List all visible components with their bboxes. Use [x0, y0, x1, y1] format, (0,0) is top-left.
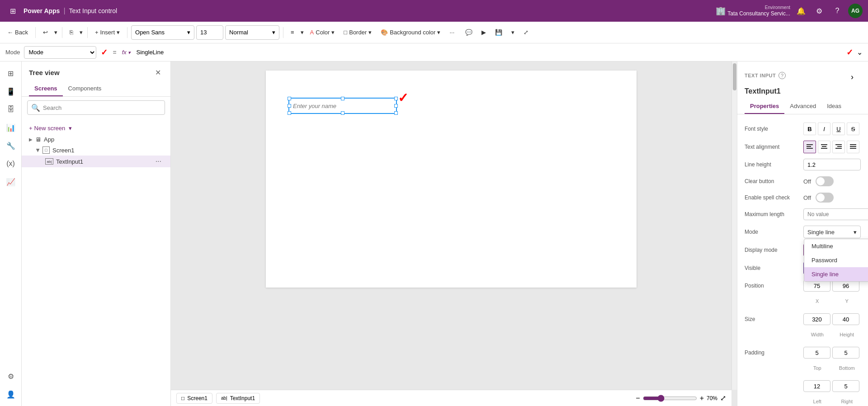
line-height-input[interactable] [803, 159, 861, 170]
tab-advanced[interactable]: Advanced [784, 99, 821, 114]
nav-settings-icon[interactable]: ⚙ [3, 368, 19, 384]
screen-tab-screen1[interactable]: □ Screen1 [176, 393, 212, 404]
zoom-plus-button[interactable]: + [700, 394, 704, 402]
svg-rect-7 [837, 146, 842, 147]
handle-tm[interactable] [341, 97, 344, 100]
tree-item-textinput1[interactable]: ab| TextInput1 ··· [22, 156, 170, 167]
handle-tr[interactable] [394, 97, 398, 100]
font-size-dropdown[interactable]: 13 [196, 25, 223, 40]
max-length-input[interactable] [803, 208, 868, 220]
mode-dropdown-prop[interactable]: Single line ▾ Multiline Password Single … [803, 226, 861, 238]
copy-button[interactable]: ⎘ [66, 25, 77, 40]
bold-button[interactable]: B [803, 123, 816, 135]
screen-tab-textinput1[interactable]: ab| TextInput1 [216, 393, 260, 404]
new-screen-button[interactable]: + New screen ▾ [22, 122, 170, 134]
canvas-inner: ✓ [171, 61, 731, 390]
more-options-button[interactable]: ··· [446, 25, 458, 40]
spell-check-label: Enable spell check [745, 194, 803, 201]
formula-expand-btn[interactable]: ⌄ [857, 48, 863, 57]
width-input[interactable] [803, 313, 830, 325]
undo-dropdown[interactable]: ▾ [53, 25, 58, 40]
textinput-tab-icon: ab| [221, 396, 227, 401]
nav-media-icon[interactable]: 📊 [3, 119, 19, 136]
panel-collapse-button[interactable]: › [844, 67, 861, 84]
pad-top-input[interactable] [803, 347, 830, 359]
mode-option-single-line[interactable]: Single line [804, 267, 868, 281]
bg-color-button[interactable]: 🎨 Background color ▾ [377, 25, 444, 40]
formula-input[interactable] [136, 46, 839, 59]
text-style-dropdown[interactable]: Normal ▾ [225, 25, 279, 40]
align-justify-button[interactable] [847, 141, 859, 153]
align-right-button[interactable] [832, 141, 845, 153]
height-input[interactable] [832, 313, 859, 325]
tab-screens[interactable]: Screens [29, 81, 63, 96]
clear-button-toggle[interactable] [816, 176, 834, 186]
fullscreen-button[interactable]: ⤢ [720, 394, 726, 402]
align-left-button[interactable] [803, 141, 816, 153]
zoom-slider[interactable] [643, 395, 697, 402]
nav-data-icon[interactable]: 🗄 [3, 101, 19, 118]
bell-icon[interactable]: 🔔 [794, 4, 808, 18]
tree-item-app[interactable]: ▶ 🖥 App [22, 134, 170, 145]
canvas-scroll-area[interactable]: ✓ [171, 61, 731, 390]
align-dropdown[interactable]: ▾ [300, 25, 305, 40]
zoom-minus-button[interactable]: − [636, 394, 640, 402]
waffle-icon[interactable]: ⊞ [5, 4, 20, 18]
spell-check-toggle[interactable] [816, 193, 834, 203]
fx-icon[interactable]: fx ▾ [122, 49, 131, 56]
tab-properties[interactable]: Properties [745, 99, 784, 114]
comment-icon[interactable]: 💬 [462, 25, 476, 40]
italic-button[interactable]: I [818, 123, 830, 135]
handle-mr[interactable] [394, 104, 398, 108]
help-icon-panel[interactable]: ? [778, 72, 786, 79]
pad-right-input[interactable] [832, 380, 859, 392]
tab-components[interactable]: Components [63, 81, 107, 96]
nav-users-icon[interactable]: 👤 [3, 386, 19, 402]
expand-button[interactable]: ⤢ [520, 25, 532, 40]
align-button[interactable]: ≡ [287, 25, 298, 40]
insert-button[interactable]: + Insert ▾ [91, 25, 123, 40]
new-screen-chevron: ▾ [69, 125, 72, 132]
mode-option-password[interactable]: Password [804, 253, 868, 267]
handle-br[interactable] [394, 111, 398, 115]
tree-search-input[interactable] [43, 104, 161, 111]
strikethrough-button[interactable]: S [847, 123, 859, 135]
mode-label: Mode [5, 49, 20, 56]
prop-clear-button: Clear button Off [737, 173, 868, 189]
undo-button[interactable]: ↩ [39, 25, 52, 40]
handle-ml[interactable] [288, 104, 291, 108]
mode-option-multiline[interactable]: Multiline [804, 239, 868, 253]
handle-bl[interactable] [288, 111, 291, 115]
gear-icon[interactable]: ⚙ [812, 4, 826, 18]
nav-components-icon[interactable]: 🔧 [3, 137, 19, 154]
nav-screens-icon[interactable]: 📱 [3, 83, 19, 99]
underline-button[interactable]: U [832, 123, 845, 135]
mode-dropdown[interactable]: Mode [24, 46, 96, 59]
tree-item-screen1[interactable]: ▶ □ Screen1 [22, 145, 170, 156]
pad-left-input[interactable] [803, 380, 830, 392]
textinput-more-button[interactable]: ··· [154, 157, 163, 165]
right-panel: TEXT INPUT ? › TextInput1 Properties Adv… [737, 61, 868, 406]
pad-bottom-input[interactable] [832, 347, 859, 359]
publish-dropdown[interactable]: ▾ [508, 25, 518, 40]
play-button[interactable]: ▶ [478, 25, 490, 40]
canvas-textinput[interactable] [289, 103, 396, 109]
font-family-dropdown[interactable]: Open Sans ▾ [131, 25, 194, 40]
tree-close-button[interactable]: ✕ [152, 67, 163, 78]
save-button[interactable]: 💾 [491, 25, 506, 40]
handle-bm[interactable] [341, 111, 344, 115]
copy-dropdown[interactable]: ▾ [79, 25, 84, 40]
align-center-button[interactable] [818, 141, 830, 153]
avatar[interactable]: AG [848, 4, 863, 18]
color-button[interactable]: A Color ▾ [307, 25, 339, 40]
handle-tl[interactable] [288, 97, 291, 100]
nav-analytics-icon[interactable]: 📈 [3, 174, 19, 190]
nav-home-icon[interactable]: ⊞ [3, 65, 19, 81]
nav-variables-icon[interactable]: (x) [3, 156, 19, 172]
tab-ideas[interactable]: Ideas [821, 99, 847, 114]
help-icon[interactable]: ? [830, 4, 844, 18]
canvas-v-scrollbar[interactable] [731, 61, 737, 390]
text-input-widget[interactable] [288, 98, 397, 114]
border-button[interactable]: □ Border ▾ [340, 25, 375, 40]
back-button[interactable]: ← Back [4, 25, 32, 40]
